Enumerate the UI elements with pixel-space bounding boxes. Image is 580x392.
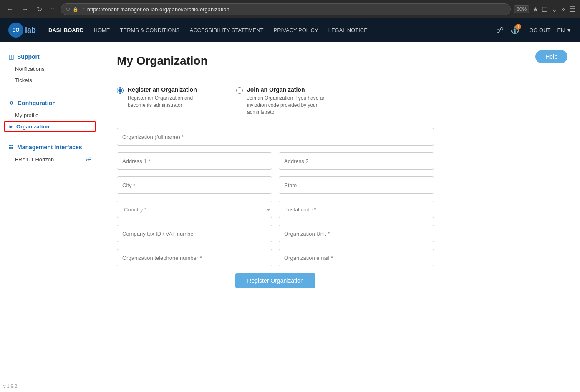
page-layout: ◫ Support Notifications Tickets ⛭ Config… xyxy=(0,42,580,392)
form-group-org-name xyxy=(117,128,434,146)
config-icon: ⛭ xyxy=(8,100,14,106)
form-group-email xyxy=(279,249,434,266)
version-label: v 1.9.2 xyxy=(3,384,17,389)
org-telephone-input[interactable] xyxy=(117,249,272,266)
nav-legal[interactable]: LEGAL NOTICE xyxy=(328,27,368,33)
help-button[interactable]: Help xyxy=(535,50,567,63)
external-link-icon: ☍ xyxy=(86,156,91,163)
home-button[interactable]: ⌂ xyxy=(48,4,57,15)
form-group-telephone xyxy=(117,249,272,266)
sidebar-item-organization[interactable]: ► Organization xyxy=(4,121,96,132)
state-input[interactable] xyxy=(279,176,434,194)
form-row-city-state xyxy=(117,176,434,194)
notification-wrapper: ⚓ 1 xyxy=(510,25,519,35)
sidebar-divider-1 xyxy=(8,91,91,91)
sidebar-item-fra1-horizon[interactable]: FRA1-1 Horizon ☍ xyxy=(0,154,100,165)
sidebar-item-notifications[interactable]: Notifications xyxy=(0,63,100,75)
radio-join-option: Join an Organization Join an Organizatio… xyxy=(236,86,330,116)
chevron-icon: ► xyxy=(8,123,14,130)
register-radio[interactable] xyxy=(117,87,124,94)
address2-input[interactable] xyxy=(279,152,434,170)
chat-icon-button[interactable]: ☍ xyxy=(496,25,504,35)
page-title: My Organization xyxy=(117,54,563,68)
logo-eo-text: EO xyxy=(12,27,19,33)
back-button[interactable]: ← xyxy=(4,4,16,15)
radio-register-option: Register an Organization Register an Org… xyxy=(117,86,211,116)
org-email-input[interactable] xyxy=(279,249,434,266)
radio-options: Register an Organization Register an Org… xyxy=(117,86,563,116)
form-group-country: Country * xyxy=(117,201,272,218)
main-content: Help My Organization Register an Organiz… xyxy=(100,42,580,392)
org-full-name-input[interactable] xyxy=(117,128,434,146)
support-label: Support xyxy=(17,53,40,60)
support-icon: ◫ xyxy=(8,53,14,60)
management-interfaces-section: ☷ Management Interfaces FRA1-1 Horizon ☍ xyxy=(0,141,100,165)
country-select[interactable]: Country * xyxy=(117,201,272,218)
configuration-section-header: ⛭ Configuration xyxy=(0,96,100,110)
form-group-state xyxy=(279,176,434,194)
address1-input[interactable] xyxy=(117,152,272,170)
download-icon[interactable]: ⇓ xyxy=(552,5,557,13)
form-row-phone-email xyxy=(117,249,434,266)
nav-privacy[interactable]: PRIVACY POLICY xyxy=(274,27,318,33)
form-group-address2 xyxy=(279,152,434,170)
sidebar-item-tickets[interactable]: Tickets xyxy=(0,75,100,86)
nav-home[interactable]: HOME xyxy=(94,27,110,33)
browser-actions: ☐ ⇓ » ☰ xyxy=(542,5,576,14)
refresh-button[interactable]: ↻ xyxy=(34,4,45,15)
lock-icon: 🔒 xyxy=(73,7,78,12)
notification-badge: 1 xyxy=(515,24,521,30)
form-row-country-postal: Country * xyxy=(117,201,434,218)
page-divider xyxy=(117,76,563,76)
shield-icon: ☉ xyxy=(66,7,70,12)
support-section-header: ◫ Support xyxy=(0,50,100,63)
postal-code-input[interactable] xyxy=(279,201,434,218)
language-selector[interactable]: EN ▼ xyxy=(557,27,572,33)
url-bar[interactable]: ☉ 🔒 ⇌ https://tenant-manager.eo-lab.org/… xyxy=(61,3,511,15)
mgmt-section-header: ☷ Management Interfaces xyxy=(0,141,100,154)
nav-dashboard[interactable]: DASHBOARD xyxy=(48,27,84,33)
register-option-title: Register an Organization xyxy=(128,86,211,93)
logout-button[interactable]: LOG OUT xyxy=(526,27,551,33)
form-group-tax xyxy=(117,225,272,242)
form-group-city xyxy=(117,176,272,194)
form-group-org-unit xyxy=(279,225,434,242)
browser-menu-button[interactable]: ☰ xyxy=(569,5,576,14)
org-unit-input[interactable] xyxy=(279,225,434,242)
join-option-title: Join an Organization xyxy=(247,86,330,93)
nav-accessibility[interactable]: ACCESSIBILITY STATEMENT xyxy=(190,27,264,33)
fra1-label: FRA1-1 Horizon xyxy=(15,156,54,163)
join-option-desc: Join an Organization if you have an invi… xyxy=(247,95,330,116)
form-row-address xyxy=(117,152,434,170)
form-group-address1 xyxy=(117,152,272,170)
sidebar-item-my-profile[interactable]: My profile xyxy=(0,110,100,121)
nav-links: DASHBOARD HOME TERMS & CONDITIONS ACCESS… xyxy=(48,27,496,33)
register-option-desc: Register an Organization and become its … xyxy=(128,95,211,109)
nav-right: ☍ ⚓ 1 LOG OUT EN ▼ xyxy=(496,25,572,35)
connection-icon: ⇌ xyxy=(81,7,85,12)
register-btn-row: Register Organization xyxy=(117,273,434,288)
zoom-level[interactable]: 80% xyxy=(514,5,529,13)
join-option-content: Join an Organization Join an Organizatio… xyxy=(247,86,330,116)
form-row-tax-unit xyxy=(117,225,434,242)
register-organization-button[interactable]: Register Organization xyxy=(235,273,315,288)
join-radio[interactable] xyxy=(236,87,243,94)
organization-label: Organization xyxy=(16,123,49,130)
bookmark-icon[interactable]: ★ xyxy=(532,5,538,13)
more-tools-icon[interactable]: » xyxy=(561,5,565,13)
form-row-org-name xyxy=(117,128,434,146)
company-tax-input[interactable] xyxy=(117,225,272,242)
pocket-icon[interactable]: ☐ xyxy=(542,5,547,13)
sidebar: ◫ Support Notifications Tickets ⛭ Config… xyxy=(0,42,100,392)
logo-circle: EO xyxy=(8,23,23,38)
nav-terms[interactable]: TERMS & CONDITIONS xyxy=(120,27,180,33)
forward-button[interactable]: → xyxy=(19,4,31,15)
organization-form: Country * xyxy=(117,128,434,288)
top-navigation: EO lab DASHBOARD HOME TERMS & CONDITIONS… xyxy=(0,18,580,42)
browser-chrome: ← → ↻ ⌂ ☉ 🔒 ⇌ https://tenant-manager.eo-… xyxy=(0,0,580,18)
logo: EO lab xyxy=(8,23,36,38)
mgmt-icon: ☷ xyxy=(8,144,14,151)
url-text: https://tenant-manager.eo-lab.org/panel/… xyxy=(87,6,505,13)
city-input[interactable] xyxy=(117,176,272,194)
management-interfaces-label: Management Interfaces xyxy=(17,144,82,151)
